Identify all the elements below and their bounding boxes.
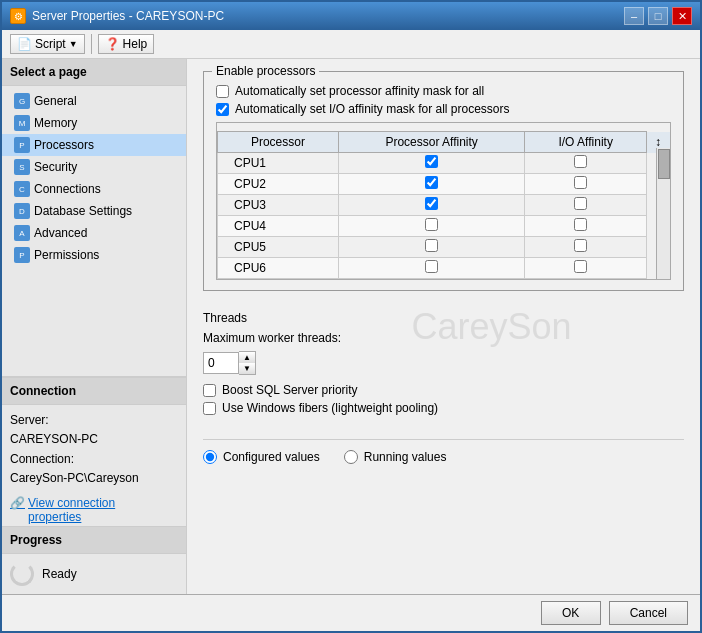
sidebar-nav: G General M Memory P Processors S Securi… (2, 86, 186, 376)
io-affinity-cell[interactable] (525, 195, 647, 216)
spinner-buttons: ▲ ▼ (239, 351, 256, 375)
auto-io-affinity-label: Automatically set I/O affinity mask for … (235, 102, 510, 116)
close-button[interactable]: ✕ (672, 7, 692, 25)
maximize-button[interactable]: □ (648, 7, 668, 25)
io-affinity-checkbox-5[interactable] (574, 260, 587, 273)
radio-row: Configured values Running values (203, 439, 684, 464)
cpu-name-cell: CPU4 (218, 216, 339, 237)
toolbar-separator (91, 34, 92, 54)
proc-affinity-checkbox-1[interactable] (425, 176, 438, 189)
auto-io-affinity-row: Automatically set I/O affinity mask for … (216, 102, 671, 116)
sidebar-item-general[interactable]: G General (2, 90, 186, 112)
proc-affinity-checkbox-4[interactable] (425, 239, 438, 252)
io-affinity-cell[interactable] (525, 237, 647, 258)
configured-radio[interactable] (203, 450, 217, 464)
sidebar-item-database-settings[interactable]: D Database Settings (2, 200, 186, 222)
minimize-button[interactable]: – (624, 7, 644, 25)
table-scrollbar[interactable] (656, 148, 670, 279)
io-affinity-checkbox-4[interactable] (574, 239, 587, 252)
sidebar-item-security[interactable]: S Security (2, 156, 186, 178)
table-row: CPU3 (218, 195, 670, 216)
sidebar-item-advanced[interactable]: A Advanced (2, 222, 186, 244)
io-affinity-cell[interactable] (525, 216, 647, 237)
running-option: Running values (344, 450, 447, 464)
boost-row: Boost SQL Server priority (203, 383, 684, 397)
progress-spinner (10, 562, 34, 586)
col-io-affinity: I/O Affinity (525, 132, 647, 153)
table-row: CPU6 (218, 258, 670, 279)
table-row: CPU2 (218, 174, 670, 195)
window-title: Server Properties - CAREYSON-PC (32, 9, 224, 23)
cpu-name-cell: CPU1 (218, 153, 339, 174)
auto-affinity-checkbox[interactable] (216, 85, 229, 98)
sidebar-item-processors[interactable]: P Processors (2, 134, 186, 156)
cancel-button[interactable]: Cancel (609, 601, 688, 625)
proc-affinity-checkbox-0[interactable] (425, 155, 438, 168)
view-connection-link[interactable]: 🔗 View connectionproperties (2, 494, 186, 526)
io-affinity-checkbox-1[interactable] (574, 176, 587, 189)
permissions-label: Permissions (34, 248, 99, 262)
help-icon: ❓ (105, 37, 120, 51)
threads-section: Threads Maximum worker threads: ▲ ▼ Boos… (203, 311, 684, 419)
right-panel: CareySon Enable processors Automatically… (187, 59, 700, 594)
proc-affinity-cell[interactable] (338, 216, 524, 237)
running-radio[interactable] (344, 450, 358, 464)
io-affinity-cell[interactable] (525, 258, 647, 279)
ready-label: Ready (42, 567, 77, 581)
io-affinity-checkbox-3[interactable] (574, 218, 587, 231)
auto-io-affinity-checkbox[interactable] (216, 103, 229, 116)
table-row: CPU5 (218, 237, 670, 258)
io-affinity-cell[interactable] (525, 153, 647, 174)
select-page-label: Select a page (2, 59, 186, 86)
connections-icon: C (14, 181, 30, 197)
sidebar-item-permissions[interactable]: P Permissions (2, 244, 186, 266)
sidebar-info: Connection Server: CAREYSON-PC Connectio… (2, 376, 186, 594)
view-connection-label: View connectionproperties (28, 496, 115, 524)
proc-affinity-cell[interactable] (338, 195, 524, 216)
link-icon: 🔗 (10, 496, 25, 510)
windows-fibers-checkbox[interactable] (203, 402, 216, 415)
proc-affinity-cell[interactable] (338, 237, 524, 258)
script-label: Script (35, 37, 66, 51)
io-affinity-cell[interactable] (525, 174, 647, 195)
connection-label2: Connection: (10, 452, 74, 466)
permissions-icon: P (14, 247, 30, 263)
processors-label: Processors (34, 138, 94, 152)
sidebar-progress-content: Ready (2, 554, 186, 594)
bottom-bar: OK Cancel (2, 594, 700, 631)
configured-label: Configured values (223, 450, 320, 464)
help-button[interactable]: ❓ Help (98, 34, 155, 54)
proc-affinity-checkbox-2[interactable] (425, 197, 438, 210)
proc-affinity-cell[interactable] (338, 174, 524, 195)
sidebar-item-memory[interactable]: M Memory (2, 112, 186, 134)
table-row: CPU4 (218, 216, 670, 237)
proc-affinity-checkbox-3[interactable] (425, 218, 438, 231)
io-affinity-checkbox-0[interactable] (574, 155, 587, 168)
script-dropdown-arrow: ▼ (69, 39, 78, 49)
proc-affinity-cell[interactable] (338, 153, 524, 174)
connections-label: Connections (34, 182, 101, 196)
cpu-table: Processor Processor Affinity I/O Affinit… (217, 131, 670, 279)
sidebar-item-connections[interactable]: C Connections (2, 178, 186, 200)
proc-affinity-cell[interactable] (338, 258, 524, 279)
server-label: Server: (10, 413, 49, 427)
security-label: Security (34, 160, 77, 174)
windows-fibers-label: Use Windows fibers (lightweight pooling) (222, 401, 438, 415)
max-worker-input[interactable] (203, 352, 239, 374)
advanced-label: Advanced (34, 226, 87, 240)
spinner-up-button[interactable]: ▲ (239, 352, 255, 363)
boost-checkbox[interactable] (203, 384, 216, 397)
table-row: CPU1 (218, 153, 670, 174)
threads-label: Threads (203, 311, 684, 325)
windows-fibers-row: Use Windows fibers (lightweight pooling) (203, 401, 684, 415)
enable-processors-section: Enable processors Automatically set proc… (203, 71, 684, 291)
window-icon: ⚙ (10, 8, 26, 24)
sidebar-conn-content: Server: CAREYSON-PC Connection: CareySon… (2, 405, 186, 494)
threads-input-row: ▲ ▼ (203, 351, 684, 375)
server-value: CAREYSON-PC (10, 432, 98, 446)
io-affinity-checkbox-2[interactable] (574, 197, 587, 210)
spinner-down-button[interactable]: ▼ (239, 363, 255, 374)
ok-button[interactable]: OK (541, 601, 601, 625)
script-button[interactable]: 📄 Script ▼ (10, 34, 85, 54)
proc-affinity-checkbox-5[interactable] (425, 260, 438, 273)
